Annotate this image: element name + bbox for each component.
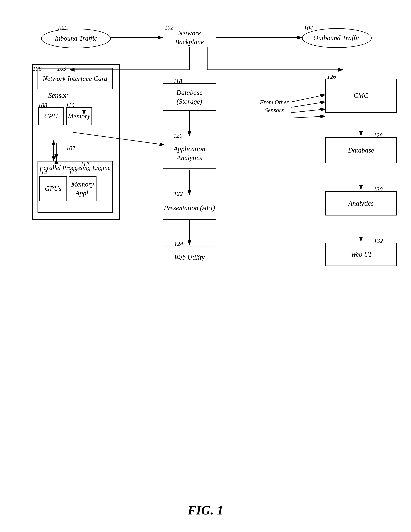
sensor-label: Sensor <box>48 91 68 100</box>
web-utility: Web Utility <box>163 246 216 269</box>
analytics: Analytics <box>325 191 397 216</box>
nic: Network Interface Card <box>37 68 112 89</box>
svg-line-15 <box>291 95 325 102</box>
web-ui: Web UI <box>325 243 397 266</box>
svg-line-16 <box>291 102 325 107</box>
ref-116: 116 <box>69 169 77 176</box>
network-backplane: Network Backplane <box>163 28 216 48</box>
database2: Database <box>325 137 397 163</box>
presentation: Presentation (API) <box>163 196 216 220</box>
inbound-traffic: Inbound Traffic <box>41 28 111 48</box>
memory-appl: Memory Appl. <box>69 176 96 201</box>
figure-label: FIG. 1 <box>188 503 223 518</box>
app-analytics: Application Analytics <box>163 138 216 169</box>
cmc: CMC <box>325 79 397 113</box>
ref-107: 107 <box>66 145 75 152</box>
cpu: CPU <box>38 107 64 125</box>
database-storage: Database (Storage) <box>163 83 216 111</box>
ref-104: 104 <box>304 25 313 31</box>
svg-line-17 <box>291 109 325 113</box>
from-other-sensors-label: From Other Sensors <box>259 98 290 114</box>
outbound-traffic: Outbound Traffic <box>302 28 372 48</box>
ref-114: 114 <box>38 169 47 176</box>
svg-line-18 <box>291 116 325 118</box>
gpus: GPUs <box>39 176 67 201</box>
memory: Memory <box>66 107 92 125</box>
